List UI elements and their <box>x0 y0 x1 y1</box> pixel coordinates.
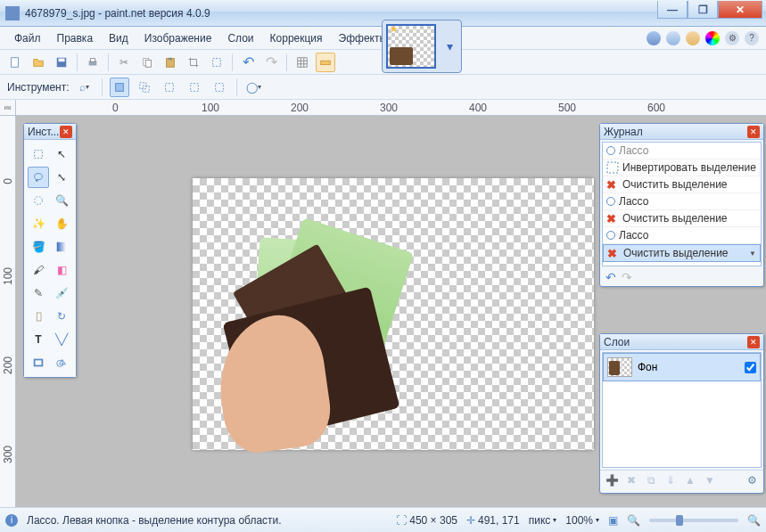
delete-icon: ✖ <box>606 212 619 225</box>
new-file-button[interactable] <box>5 53 25 72</box>
maximize-button[interactable]: ❐ <box>688 1 718 19</box>
selection-mode-subtract[interactable] <box>160 78 179 97</box>
history-list[interactable]: Лассо Инвертировать выделение ✖Очистить … <box>602 142 762 266</box>
selection-mode-add[interactable] <box>135 78 154 97</box>
selection-mode-replace[interactable] <box>110 78 129 97</box>
image-thumbnail[interactable]: ★ <box>386 24 436 69</box>
menu-image[interactable]: Изображение <box>137 29 219 47</box>
tool-zoom[interactable]: 🔍 <box>51 190 72 211</box>
crop-button[interactable] <box>184 53 203 72</box>
close-button[interactable]: ✕ <box>718 1 762 19</box>
layers-panel-close[interactable]: ✕ <box>747 336 760 348</box>
paste-button[interactable] <box>161 53 180 72</box>
history-item[interactable]: Лассо <box>603 227 761 244</box>
layers-window-icon[interactable] <box>686 31 700 45</box>
history-item[interactable]: Инвертировать выделение <box>603 160 761 176</box>
chevron-down-icon[interactable]: ▼ <box>749 250 756 258</box>
tool-clone-stamp[interactable]: ⌷ <box>28 306 49 327</box>
svg-rect-2 <box>59 58 65 61</box>
layers-panel-title: Слои <box>604 336 747 348</box>
ruler-horizontal: 0 100 200 300 400 500 600 <box>16 100 766 116</box>
layer-properties-button[interactable]: ⚙ <box>744 472 760 488</box>
svg-rect-12 <box>115 83 123 91</box>
history-item[interactable]: Лассо <box>603 193 761 210</box>
selection-mode-intersect[interactable] <box>185 78 204 97</box>
colors-window-icon[interactable] <box>705 31 720 45</box>
status-unit-dropdown[interactable]: пикс▾ <box>529 514 557 527</box>
undo-button[interactable]: ↶ <box>238 53 258 72</box>
menu-adjust[interactable]: Коррекция <box>263 29 330 47</box>
history-window-icon[interactable] <box>666 31 680 45</box>
layer-visibility-checkbox[interactable] <box>745 362 756 373</box>
tool-move-pixels[interactable]: ⤡ <box>51 167 72 188</box>
add-layer-button[interactable]: ➕ <box>604 472 620 488</box>
move-layer-down-button[interactable]: ▼ <box>702 472 718 488</box>
menu-edit[interactable]: Правка <box>50 29 101 47</box>
tool-recolor[interactable]: ↻ <box>51 306 72 327</box>
history-undo-button[interactable]: ↶ <box>605 270 616 284</box>
tools-window-icon[interactable] <box>647 31 661 45</box>
print-button[interactable] <box>83 53 103 72</box>
current-tool-dropdown[interactable]: ⌕▾ <box>75 78 95 97</box>
menu-view[interactable]: Вид <box>102 29 136 47</box>
settings-icon[interactable]: ⚙ <box>725 31 739 45</box>
selection-mode-invert[interactable] <box>210 78 229 97</box>
delete-layer-button[interactable]: ✖ <box>623 472 639 488</box>
cut-button[interactable]: ✂ <box>114 53 134 72</box>
tool-rectangle-select[interactable] <box>28 143 49 165</box>
tool-pan[interactable]: ✋ <box>51 213 72 234</box>
redo-button[interactable]: ↷ <box>261 53 281 72</box>
status-bar: i Лассо. Левая кнопка - выделение контур… <box>0 507 766 532</box>
tool-rectangle-shape[interactable] <box>28 352 49 373</box>
svg-rect-9 <box>213 58 221 66</box>
layer-row[interactable]: Фон <box>603 353 761 381</box>
image-thumbnail-strip: ★ ▾ <box>382 20 462 73</box>
fit-window-button[interactable]: ▣ <box>608 514 618 527</box>
merge-layer-button[interactable]: ⇓ <box>663 472 679 488</box>
history-redo-button[interactable]: ↷ <box>622 270 632 284</box>
tool-eraser[interactable]: ◧ <box>51 259 72 281</box>
zoom-slider[interactable] <box>649 519 738 522</box>
canvas[interactable]: 100 <box>193 178 594 450</box>
tool-shapes[interactable] <box>51 352 72 373</box>
tool-move-selection[interactable]: ↖ <box>51 143 72 165</box>
history-item[interactable]: ✖Очистить выделение <box>603 210 761 227</box>
tool-text[interactable]: T <box>28 329 49 350</box>
tool-color-picker[interactable]: 💉 <box>51 282 72 304</box>
tool-magic-wand[interactable]: ✨ <box>28 213 49 234</box>
layers-list[interactable]: Фон <box>602 352 762 468</box>
move-layer-up-button[interactable]: ▲ <box>682 472 698 488</box>
layer-thumbnail <box>607 357 632 377</box>
deselect-button[interactable] <box>207 53 227 72</box>
tool-gradient[interactable] <box>51 236 72 258</box>
zoom-in-button[interactable]: 🔍 <box>747 514 761 527</box>
svg-rect-17 <box>215 83 223 91</box>
history-item[interactable]: ✖Очистить выделение <box>603 176 761 193</box>
copy-button[interactable] <box>137 53 157 72</box>
tool-lasso[interactable] <box>28 167 49 188</box>
status-zoom[interactable]: 100%▾ <box>565 514 599 527</box>
tool-paintbrush[interactable]: 🖌 <box>28 259 49 281</box>
tools-panel: Инст...✕ ↖ ⤡ 🔍 ✨ ✋ 🪣 🖌 ◧ ✎ 💉 ⌷ ↻ T ╲╱ <box>23 123 77 378</box>
history-item[interactable]: Лассо <box>603 143 761 160</box>
open-file-button[interactable] <box>29 53 48 72</box>
grid-button[interactable] <box>292 53 312 72</box>
minimize-button[interactable]: — <box>657 1 688 19</box>
duplicate-layer-button[interactable]: ⧉ <box>643 472 659 488</box>
tool-paint-bucket[interactable]: 🪣 <box>28 236 49 258</box>
history-item[interactable]: ✖Очистить выделение▼ <box>603 244 761 262</box>
menu-file[interactable]: Файл <box>7 29 48 47</box>
help-icon[interactable]: ? <box>745 31 759 45</box>
tools-panel-close[interactable]: ✕ <box>60 126 72 138</box>
tools-panel-title: Инст... <box>28 126 60 138</box>
zoom-out-button[interactable]: 🔍 <box>627 514 640 527</box>
save-button[interactable] <box>52 53 71 72</box>
thumbnail-menu-button[interactable]: ▾ <box>441 38 457 54</box>
tool-pencil[interactable]: ✎ <box>28 282 49 304</box>
flood-mode-dropdown[interactable]: ◯▾ <box>244 78 264 97</box>
menu-layers[interactable]: Слои <box>220 29 260 47</box>
tool-ellipse-select[interactable] <box>28 190 49 211</box>
history-panel-close[interactable]: ✕ <box>747 126 760 138</box>
ruler-button[interactable] <box>316 53 335 72</box>
tool-line[interactable]: ╲╱ <box>51 329 72 350</box>
